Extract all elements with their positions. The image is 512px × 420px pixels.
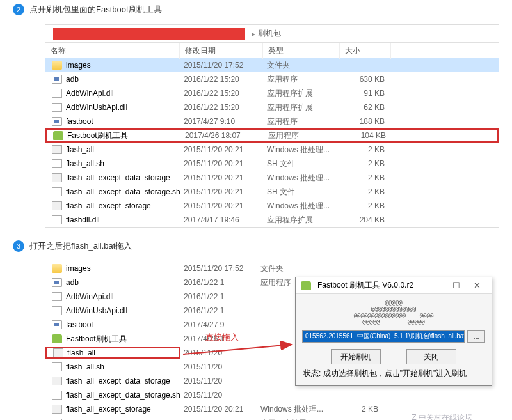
status-row: 状态: 成功选择刷机包，点击"开始刷机"进入刷机 [302, 368, 485, 379]
android-icon [301, 281, 311, 290]
file-date: 2015/11/20 [180, 348, 257, 357]
sh-icon [52, 159, 62, 168]
android-icon [52, 334, 62, 343]
folder-icon [52, 264, 62, 273]
app-icon [52, 117, 62, 126]
close-flash-button[interactable]: 关闭 [406, 349, 456, 364]
file-row[interactable]: fastboot2017/4/27 9:10应用程序188 KB [45, 114, 499, 128]
bat-icon [52, 377, 62, 385]
app-icon [52, 75, 62, 84]
file-name: fastboot [66, 117, 93, 126]
status-label: 状态: [303, 369, 321, 378]
file-list-1[interactable]: images2015/11/20 17:52文件夹adb2016/1/22 15… [45, 58, 499, 227]
path-input[interactable]: 015562.2015561_中国(China)_5.1.1\刷机包\flash… [302, 330, 465, 343]
file-row[interactable]: flashdll.dll2017/4/17 19:46应用程序扩展204 KB [45, 416, 499, 420]
android-icon [53, 131, 63, 140]
file-date: 2015/11/20 20:21 [180, 201, 263, 210]
col-date[interactable]: 修改日期 [180, 43, 263, 59]
file-row[interactable]: AdbWinUsbApi.dll2016/1/22 15:20应用程序扩展62 … [45, 100, 499, 114]
breadcrumb[interactable]: ▸ 刷机包 [249, 28, 281, 39]
step-2-text: 点开刷机包里面的Fastboot刷机工具 [29, 4, 162, 15]
app-icon [52, 278, 62, 287]
dll-icon [52, 215, 62, 224]
file-date: 2017/4/17 19:46 [180, 215, 263, 224]
step-2-header: 2 点开刷机包里面的Fastboot刷机工具 [0, 0, 512, 19]
explorer-window-2: images2015/11/20 17:52文件夹adb2016/1/22 1应… [45, 261, 499, 420]
file-date: 2015/11/20 20:21 [180, 145, 263, 154]
bat-icon [52, 173, 62, 182]
file-date: 2016/1/22 15:20 [180, 103, 263, 112]
file-size: 204 KB [340, 215, 391, 224]
file-row[interactable]: images2015/11/20 17:52文件夹 [45, 58, 499, 72]
file-name: flash_all_except_data_storage.sh [66, 391, 180, 400]
bat-icon [53, 348, 63, 357]
file-size: 630 KB [340, 75, 391, 84]
file-name: Fastboot刷机工具 [67, 130, 128, 141]
ascii-art: @@@@@ @@@@@@@@@@@@@ @@@@@@@@@@@@@@@ @@@@… [302, 299, 485, 325]
file-name: flashdll.dll [66, 215, 100, 224]
file-date: 2015/11/20 [180, 377, 257, 385]
chevron-right-icon: ▸ [252, 29, 255, 38]
file-row[interactable]: flash_all.sh2015/11/20 20:21SH 文件2 KB [45, 157, 499, 171]
file-date: 2015/11/20 17:52 [180, 264, 257, 273]
file-type: 文件夹 [257, 263, 333, 274]
file-row[interactable]: flash_all_except_storage2015/11/20 20:21… [45, 199, 499, 213]
step-2-badge: 2 [13, 4, 24, 15]
dialog-title: Fastboot 刷机工具 V6.0.0.r2 [317, 280, 413, 291]
file-row[interactable]: flash_all_except_data_storage2015/11/20 … [45, 171, 499, 185]
file-row[interactable]: flash_all_except_storage2015/11/20 20:21… [45, 402, 499, 416]
app-icon [52, 320, 62, 329]
file-row[interactable]: adb2016/1/22 15:20应用程序630 KB [45, 72, 499, 86]
dll-icon [52, 292, 62, 301]
dialog-body: @@@@@ @@@@@@@@@@@@@ @@@@@@@@@@@@@@@ @@@@… [296, 294, 492, 385]
close-button[interactable]: ✕ [467, 279, 486, 292]
file-name: AdbWinUsbApi.dll [66, 306, 127, 315]
file-row[interactable]: flash_all2015/11/20 20:21Windows 批处理...2… [45, 143, 499, 157]
dll-icon [52, 89, 62, 98]
file-name: AdbWinUsbApi.dll [66, 103, 127, 112]
sh-icon [52, 362, 62, 371]
address-bar[interactable]: ▸ 刷机包 [45, 25, 499, 43]
dll-icon [52, 103, 62, 112]
col-size[interactable]: 大小 [340, 43, 391, 59]
file-name: flash_all.sh [66, 159, 104, 168]
file-date: 2016/1/22 1 [180, 306, 257, 315]
breadcrumb-last[interactable]: 刷机包 [258, 28, 281, 39]
file-size: 91 KB [340, 89, 391, 98]
file-size: 104 KB [341, 131, 392, 140]
file-date: 2015/11/20 20:21 [180, 187, 263, 196]
dll-icon [52, 306, 62, 315]
file-row[interactable]: flash_all_except_data_storage.sh2015/11/… [45, 388, 499, 402]
file-row[interactable]: flash_all_except_data_storage.sh2015/11/… [45, 185, 499, 199]
file-name: fastboot [66, 320, 93, 329]
file-name: flash_all_except_data_storage [66, 173, 170, 182]
file-size: 2 KB [340, 187, 391, 196]
file-size: 2 KB [340, 159, 391, 168]
step-3-header: 3 打开之后把flash_all.bat拖入 [0, 237, 512, 256]
col-name[interactable]: 名称 [45, 43, 180, 59]
sh-icon [52, 391, 62, 400]
file-date: 2016/1/22 15:20 [180, 89, 263, 98]
drag-annotation: 直接拖入 [205, 332, 239, 343]
file-row[interactable]: AdbWinApi.dll2016/1/22 15:20应用程序扩展91 KB [45, 86, 499, 100]
column-headers[interactable]: 名称 修改日期 类型 大小 [45, 43, 499, 58]
file-type: 应用程序扩展 [257, 418, 333, 421]
file-name: flash_all_except_data_storage.sh [66, 187, 180, 196]
file-date: 2015/11/20 17:52 [180, 61, 263, 70]
browse-button[interactable]: ... [467, 330, 485, 343]
bat-icon [52, 201, 62, 210]
file-name: AdbWinApi.dll [66, 89, 114, 98]
file-name: flash_all_except_storage [66, 201, 151, 210]
col-type[interactable]: 类型 [263, 43, 340, 59]
file-row[interactable]: flashdll.dll2017/4/17 19:46应用程序扩展204 KB [45, 213, 499, 227]
file-row[interactable]: Fastboot刷机工具2017/4/26 18:07应用程序104 KB [45, 128, 499, 143]
file-row[interactable]: images2015/11/20 17:52文件夹 [45, 261, 499, 276]
file-date: 2016/1/22 15:20 [180, 75, 263, 84]
start-flash-button[interactable]: 开始刷机 [331, 349, 381, 364]
file-date: 2017/4/27 9 [180, 320, 257, 329]
file-size: 188 KB [340, 117, 391, 126]
dialog-titlebar[interactable]: Fastboot 刷机工具 V6.0.0.r2 — ☐ ✕ [296, 277, 492, 294]
maximize-button[interactable]: ☐ [447, 279, 466, 292]
minimize-button[interactable]: — [426, 279, 445, 292]
redacted-path [53, 28, 245, 40]
